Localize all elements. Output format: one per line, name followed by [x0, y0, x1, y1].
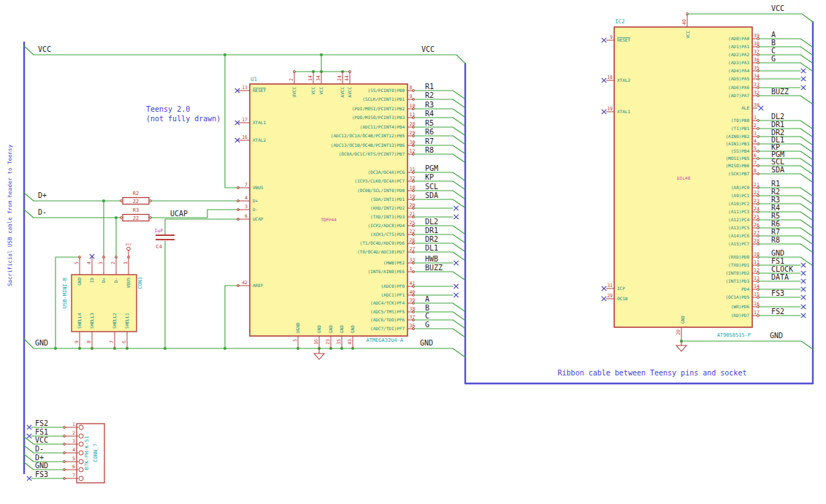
pin-name: (A11)PC3 [728, 209, 749, 214]
net-label-vcc: VCC [38, 45, 51, 53]
component-reference: CON1 [137, 277, 143, 289]
pin-name: SHELL2 [112, 313, 117, 329]
pin-number: 17 [754, 310, 760, 316]
pin-number: 26 [754, 222, 760, 228]
pin-name: XTAL1 [253, 120, 266, 125]
note-teensy: Teensy 2.0 [146, 105, 190, 113]
pin-number: 5 [754, 145, 757, 151]
pin-number: 27 [754, 230, 760, 236]
pin-number: 3 [245, 204, 248, 210]
component-reference: C4 [156, 244, 162, 250]
pin-name: (A15)PC7 [728, 241, 749, 246]
pin-name: GND [339, 325, 344, 333]
net-label-r3: R3 [425, 101, 434, 109]
conn7-symbol-body[interactable] [77, 424, 104, 483]
pin-number: 16 [754, 301, 760, 307]
pin-name: (T1/OC4D/ADC9)PD6 [360, 240, 405, 245]
pin-number: 13 [754, 275, 760, 281]
pin-number: 7 [72, 473, 75, 478]
pin-name: VCC [318, 87, 324, 95]
pin-number: 2 [288, 78, 294, 81]
pin-number: 9 [74, 340, 80, 343]
net-label-dl2: DL2 [425, 218, 438, 226]
pin-number: 2 [754, 123, 757, 129]
pin-number: 4 [245, 195, 248, 201]
pin-number: 20 [676, 329, 681, 335]
pin-name: (AD5)PA5 [728, 76, 749, 81]
pin-number: 25 [754, 214, 760, 220]
component-value: 22 [133, 199, 139, 205]
pin-name: (ADC0)PF0 [381, 283, 405, 289]
pin-number: 7 [245, 182, 248, 188]
pin-number: 39 [410, 297, 416, 303]
junction-dot [164, 347, 167, 350]
net-label-gnd: GND [770, 332, 783, 340]
pin-name: AVCC [340, 87, 345, 98]
net-label-gnd: GND [420, 339, 433, 347]
pin-number: 22 [410, 229, 416, 234]
net-label-a: A [425, 295, 429, 303]
pin-name: XTAL2 [253, 137, 266, 142]
pin-name: (RXD)PD0 [728, 254, 749, 259]
pin-number: 3 [98, 261, 104, 264]
pin-number: 18 [410, 185, 416, 191]
pin-number: 5 [72, 456, 75, 462]
pin-name: ICP [617, 286, 625, 291]
pin-number: 30 [754, 102, 760, 108]
component-reference: IC2 [615, 18, 625, 25]
pin-number: 16 [242, 134, 248, 140]
pin-name: (WR)PD6 [731, 304, 750, 309]
net-label-dplus: D+ [38, 191, 47, 199]
pin-name: (ADC5/TMS)PF5 [370, 309, 405, 314]
pin-name: (ADC7/TDI)PF7 [370, 326, 405, 331]
pin-name: VBUS [253, 185, 264, 190]
pin-name: (MISO)PB6 [725, 163, 749, 168]
pin-number: 28 [410, 121, 416, 127]
pin-name: XTAL2 [617, 77, 630, 83]
component-value: AT90S8515-P [717, 332, 751, 338]
pin-name: (SDA/INT1)PD1 [370, 196, 405, 202]
net-label-buzz: BUZZ [771, 88, 789, 96]
component-reference: R2 [133, 191, 139, 196]
net-label-gnd: GND [35, 339, 48, 347]
pin-name: ALE [741, 105, 749, 110]
component-footprint: DIL40 [677, 175, 690, 180]
pin-name: (SCLK/PCINT1)PB1 [362, 96, 405, 102]
net-label-r6: R6 [425, 128, 434, 136]
pin-number: 1 [72, 421, 75, 427]
pin-name: VCC [310, 87, 316, 95]
pin-name: RESET [253, 88, 266, 93]
pin-name: (OC0A/OC1C/RTS/PCINT7)PB7 [339, 151, 405, 156]
net-label-fs2: FS2 [771, 308, 784, 316]
pin-name: (AD7)PA7 [728, 93, 749, 98]
pin-number: 25 [410, 220, 416, 226]
pin-number: 31 [410, 167, 416, 172]
pin-number: 6 [121, 340, 127, 343]
net-label-pgm: PGM [425, 164, 438, 172]
pin-number: 39 [754, 33, 760, 39]
pin-name: (HWB)PE2 [383, 260, 405, 265]
pin-name: GND [328, 325, 333, 333]
pin-number: 42 [242, 280, 248, 286]
pin-number: 11 [410, 112, 416, 118]
pin-number: 27 [410, 246, 416, 252]
pin-name: (RD)PD7 [731, 313, 750, 318]
pin-number: 6 [72, 464, 75, 470]
pin-name: UCAP [253, 216, 264, 221]
net-label-r7: R7 [771, 228, 780, 236]
pin-name: (XCK1/CTS)PD5 [370, 232, 405, 237]
pin-number: 14 [754, 283, 760, 289]
pin-name: D+ [253, 198, 259, 203]
junction-dot [223, 347, 226, 350]
pin-number: 3 [72, 438, 75, 444]
pin-name: (A14)PC6 [728, 233, 749, 238]
pin-name: GND [350, 325, 355, 333]
pin-number: 21 [754, 182, 760, 188]
pin-name: (ICP2/ADC8)PD4 [367, 223, 405, 228]
junction-dot [320, 53, 323, 56]
pin-number: 17 [242, 117, 248, 123]
note-ribbon-cable: Ribbon cable between Teensy pins and soc… [558, 369, 747, 377]
pin-name: (AD6)PA6 [728, 85, 749, 90]
schematic-canvas[interactable]: VCCVCCD+D-UCAPGNDGNDR222R3221uFC4U1ATMEG… [0, 0, 826, 504]
pin-name: (AD2)PA2 [728, 52, 749, 57]
